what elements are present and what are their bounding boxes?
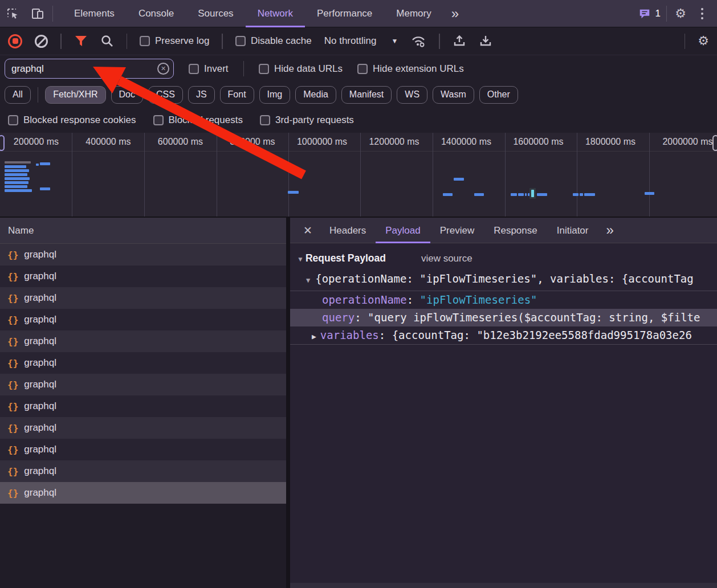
invert-checkbox[interactable]: Invert — [189, 63, 229, 75]
view-source-link[interactable]: view source — [421, 253, 472, 264]
chip-js[interactable]: JS — [188, 86, 215, 104]
kebab-menu-icon[interactable] — [692, 8, 712, 19]
expand-triangle-icon[interactable]: ▼ — [306, 276, 310, 284]
more-tabs-icon[interactable]: » — [443, 1, 467, 26]
close-icon[interactable]: ✕ — [296, 224, 320, 237]
detail-tab-initiator[interactable]: Initiator — [547, 218, 598, 243]
request-row[interactable]: {}graphql — [0, 482, 286, 504]
disable-cache-checkbox[interactable]: Disable cache — [235, 35, 312, 47]
devtools-window: ElementsConsoleSourcesNetworkPerformance… — [0, 0, 717, 588]
json-braces-icon: {} — [7, 379, 18, 390]
request-name: graphql — [24, 292, 56, 304]
timeline-tick-label: 1000000 ms — [288, 133, 347, 151]
timeline-tick-label: 400000 ms — [72, 133, 131, 151]
request-row[interactable]: {}graphql — [0, 287, 286, 309]
request-row[interactable]: {}graphql — [0, 244, 286, 266]
detail-tab-headers[interactable]: Headers — [320, 218, 376, 243]
collapse-triangle-icon[interactable]: ▼ — [297, 255, 304, 263]
more-detail-tabs-icon[interactable]: » — [598, 218, 621, 243]
chip-manifest[interactable]: Manifest — [341, 86, 392, 104]
chip-font[interactable]: Font — [220, 86, 254, 104]
request-payload-section[interactable]: ▼ Request Payload view source — [297, 252, 717, 264]
hide-data-urls-checkbox[interactable]: Hide data URLs — [259, 63, 343, 75]
record-network-log-icon[interactable] — [8, 34, 22, 48]
payload-row-variables[interactable]: ▶variables: {accountTag: "b12e3b2192ee55… — [290, 326, 717, 344]
checkbox[interactable] — [235, 36, 246, 46]
waterfall-bar — [5, 165, 26, 168]
settings-gear-icon[interactable]: ⚙ — [669, 0, 692, 27]
chip-css[interactable]: CSS — [148, 86, 183, 104]
checkbox[interactable] — [153, 115, 164, 125]
timeline-tick-label: 1800000 ms — [577, 133, 635, 151]
request-row[interactable]: {}graphql — [0, 395, 286, 417]
network-conditions-icon[interactable] — [410, 27, 426, 55]
json-braces-icon: {} — [7, 293, 18, 304]
blocked-requests-checkbox[interactable]: Blocked requests — [153, 115, 243, 126]
tab-elements[interactable]: Elements — [62, 0, 127, 27]
import-har-icon[interactable] — [453, 27, 466, 55]
filter-funnel-icon[interactable] — [74, 27, 88, 55]
tab-console[interactable]: Console — [127, 0, 186, 27]
chip-wasm[interactable]: Wasm — [433, 86, 474, 104]
request-row[interactable]: {}graphql — [0, 460, 286, 482]
request-row[interactable]: {}graphql — [0, 417, 286, 439]
tab-sources[interactable]: Sources — [186, 0, 245, 27]
chip-fetch-xhr[interactable]: Fetch/XHR — [45, 86, 105, 104]
request-row[interactable]: {}graphql — [0, 330, 286, 352]
payload-row-query[interactable]: query: "query ipFlowTimeseries($accountT… — [290, 309, 717, 326]
search-icon[interactable] — [100, 27, 114, 55]
main-tabs: ElementsConsoleSourcesNetworkPerformance… — [62, 0, 443, 27]
chip-all[interactable]: All — [5, 86, 31, 104]
waterfall-bar — [5, 181, 28, 184]
request-row[interactable]: {}graphql — [0, 309, 286, 330]
checkbox[interactable] — [189, 64, 199, 74]
timeline-overview[interactable]: 200000 ms400000 ms600000 ms800000 ms1000… — [0, 133, 717, 217]
chip-img[interactable]: Img — [259, 86, 291, 104]
chip-ws[interactable]: WS — [397, 86, 427, 104]
request-row[interactable]: {}graphql — [0, 374, 286, 395]
request-name: graphql — [24, 249, 56, 260]
chip-media[interactable]: Media — [295, 86, 336, 104]
name-column-header[interactable]: Name — [0, 218, 286, 244]
checkbox[interactable] — [259, 64, 269, 74]
device-toolbar-icon[interactable] — [25, 0, 50, 27]
payload-row-operationname[interactable]: operationName: "ipFlowTimeseries" — [290, 291, 717, 309]
blocked-response-cookies-checkbox[interactable]: Blocked response cookies — [8, 115, 136, 126]
request-row[interactable]: {}graphql — [0, 352, 286, 374]
timeline-brush-right-handle[interactable] — [712, 135, 717, 151]
tab-network[interactable]: Network — [246, 0, 305, 27]
issues-message-icon[interactable] — [636, 0, 653, 27]
tab-memory[interactable]: Memory — [384, 0, 443, 27]
checkbox[interactable] — [260, 115, 270, 125]
tab-performance[interactable]: Performance — [305, 0, 384, 27]
detail-tab-response[interactable]: Response — [484, 218, 547, 243]
third-party-requests-checkbox[interactable]: 3rd-party requests — [260, 115, 354, 126]
filter-input[interactable] — [5, 63, 173, 75]
payload-root-node[interactable]: ▼{operationName: "ipFlowTimeseries", var… — [306, 272, 717, 285]
horizontal-scrollbar[interactable] — [290, 583, 717, 588]
panel-resize-handle[interactable] — [286, 218, 290, 588]
advanced-filters-row: Blocked response cookies Blocked request… — [0, 107, 717, 133]
checkbox[interactable] — [140, 36, 150, 46]
detail-tab-preview[interactable]: Preview — [430, 218, 484, 243]
waterfall-bar — [584, 193, 595, 196]
export-har-icon[interactable] — [479, 27, 492, 55]
clear-network-log-icon[interactable] — [35, 35, 48, 48]
chips-divider — [38, 87, 39, 103]
network-settings-gear-icon[interactable]: ⚙ — [698, 27, 709, 55]
preserve-log-checkbox[interactable]: Preserve log — [140, 35, 209, 47]
throttling-dropdown[interactable]: No throttling ▼ — [324, 35, 398, 47]
detail-tab-payload[interactable]: Payload — [376, 218, 430, 243]
request-name: graphql — [24, 487, 56, 499]
chip-doc[interactable]: Doc — [111, 86, 143, 104]
checkbox[interactable] — [357, 64, 368, 74]
clear-filter-icon[interactable]: ✕ — [157, 63, 169, 75]
checkbox[interactable] — [8, 115, 18, 125]
waterfall-bar — [5, 177, 30, 180]
request-row[interactable]: {}graphql — [0, 266, 286, 287]
request-row[interactable]: {}graphql — [0, 439, 286, 460]
chip-other[interactable]: Other — [479, 86, 518, 104]
inspect-element-icon[interactable] — [0, 0, 25, 27]
hide-extension-urls-checkbox[interactable]: Hide extension URLs — [357, 63, 464, 75]
expand-triangle-icon[interactable]: ▶ — [312, 332, 316, 341]
